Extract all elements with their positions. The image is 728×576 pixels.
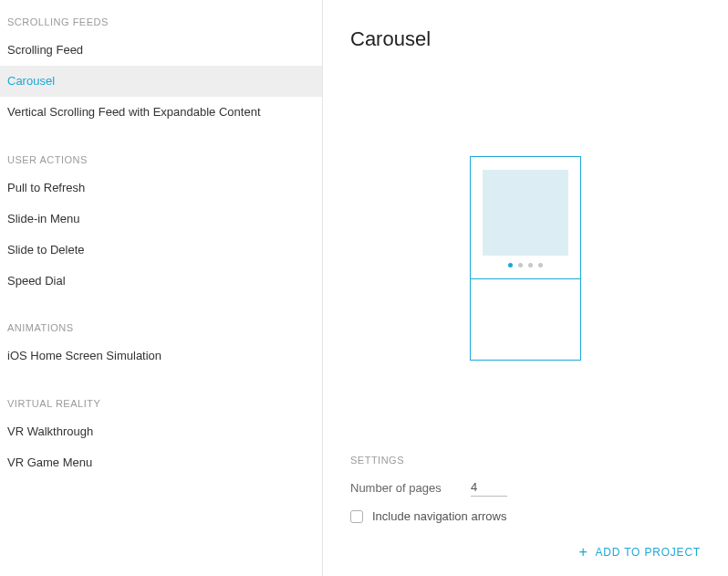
pages-label: Number of pages: [350, 481, 471, 495]
add-button-label: ADD TO PROJECT: [596, 546, 701, 559]
pagination-dots: [508, 263, 543, 267]
empty-cell: [471, 279, 580, 360]
carousel-cell: [471, 157, 580, 279]
section-scrolling-feeds: SCROLLING FEEDS Scrolling Feed Carousel …: [0, 16, 322, 129]
dot-icon: [538, 263, 543, 267]
arrows-label: Include navigation arrows: [372, 509, 506, 523]
sidebar-item-vr-game-menu[interactable]: VR Game Menu: [0, 447, 322, 478]
sidebar-item-speed-dial[interactable]: Speed Dial: [0, 266, 322, 297]
sidebar: SCROLLING FEEDS Scrolling Feed Carousel …: [0, 0, 323, 576]
settings-header: SETTINGS: [350, 455, 701, 466]
sidebar-item-slide-to-delete[interactable]: Slide to Delete: [0, 235, 322, 266]
dot-icon: [528, 263, 533, 267]
main-panel: Carousel SETTINGS Number of pages Includ: [323, 0, 728, 576]
dot-icon: [518, 263, 523, 267]
plus-icon: +: [578, 545, 588, 560]
add-to-project-button[interactable]: + ADD TO PROJECT: [578, 545, 701, 560]
page-title: Carousel: [350, 27, 701, 51]
arrows-checkbox[interactable]: [350, 510, 363, 523]
section-user-actions: USER ACTIONS Pull to Refresh Slide-in Me…: [0, 154, 322, 298]
setting-row-arrows: Include navigation arrows: [350, 509, 701, 523]
sidebar-item-scrolling-feed[interactable]: Scrolling Feed: [0, 35, 322, 66]
section-header: VIRTUAL REALITY: [0, 398, 322, 416]
sidebar-item-pull-to-refresh[interactable]: Pull to Refresh: [0, 173, 322, 204]
dot-icon: [508, 263, 513, 267]
setting-row-pages: Number of pages: [350, 478, 701, 497]
sidebar-item-vertical-scrolling-feed[interactable]: Vertical Scrolling Feed with Expandable …: [0, 97, 322, 128]
phone-preview: [470, 156, 581, 361]
sidebar-item-vr-walkthrough[interactable]: VR Walkthrough: [0, 416, 322, 447]
section-animations: ANIMATIONS iOS Home Screen Simulation: [0, 322, 322, 372]
section-header: USER ACTIONS: [0, 154, 322, 173]
section-virtual-reality: VIRTUAL REALITY VR Walkthrough VR Game M…: [0, 398, 322, 478]
sidebar-item-ios-home-screen[interactable]: iOS Home Screen Simulation: [0, 340, 322, 372]
section-header: ANIMATIONS: [0, 322, 322, 340]
footer: + ADD TO PROJECT: [350, 545, 701, 560]
pages-input[interactable]: [471, 478, 507, 497]
carousel-image-placeholder: [483, 170, 568, 256]
section-header: SCROLLING FEEDS: [0, 16, 322, 35]
sidebar-item-carousel[interactable]: Carousel: [0, 66, 322, 97]
preview-area: [350, 69, 701, 447]
settings-block: SETTINGS Number of pages Include navigat…: [350, 455, 701, 523]
sidebar-item-slide-in-menu[interactable]: Slide-in Menu: [0, 204, 322, 235]
